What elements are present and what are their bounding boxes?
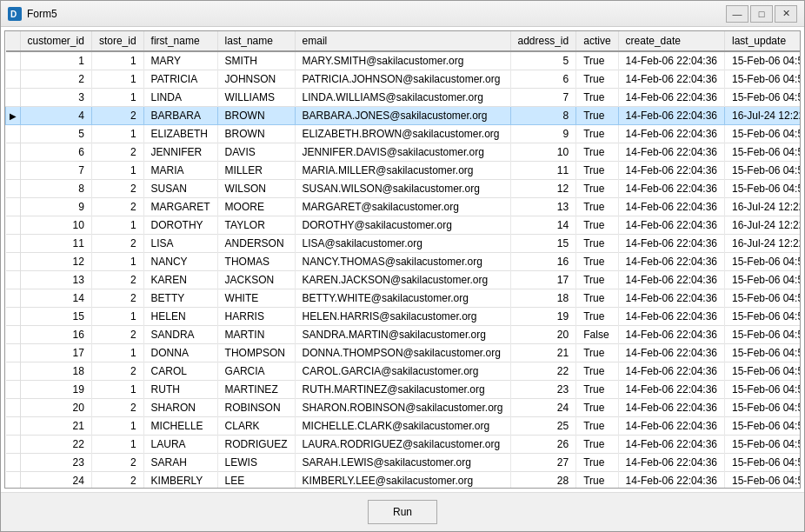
- table-cell: 24: [20, 472, 91, 489]
- table-cell: 2: [91, 454, 143, 472]
- col-header-customer-id[interactable]: customer_id: [20, 31, 91, 51]
- table-cell: True: [576, 216, 618, 235]
- table-cell: True: [576, 271, 618, 289]
- table-cell: True: [576, 51, 618, 70]
- table-row[interactable]: 62JENNIFERDAVISJENNIFER.DAVIS@sakilacust…: [6, 143, 802, 162]
- col-header-first-name[interactable]: first_name: [143, 31, 217, 51]
- table-cell: KIMBERLY: [143, 472, 217, 489]
- col-header-address-id[interactable]: address_id: [510, 31, 576, 51]
- table-row[interactable]: 31LINDAWILLIAMSLINDA.WILLIAMS@sakilacust…: [6, 89, 802, 107]
- table-row[interactable]: 71MARIAMILLERMARIA.MILLER@sakilacustomer…: [6, 162, 802, 180]
- table-cell: MARGARET@sakilacustomer.org: [295, 198, 510, 216]
- table-cell: True: [576, 162, 618, 180]
- table-cell: SMITH: [217, 51, 295, 70]
- table-row[interactable]: 121NANCYTHOMASNANCY.THOMAS@sakilacustome…: [6, 253, 802, 271]
- table-row[interactable]: 82SUSANWILSONSUSAN.WILSON@sakilacustomer…: [6, 180, 802, 198]
- col-header-email[interactable]: email: [295, 31, 510, 51]
- table-cell: 15-Feb-06 04:57:20: [725, 125, 802, 143]
- table-row[interactable]: 232SARAHLEWISSARAH.LEWIS@sakilacustomer.…: [6, 454, 802, 472]
- table-row[interactable]: 182CAROLGARCIACAROL.GARCIA@sakilacustome…: [6, 362, 802, 381]
- table-row[interactable]: 221LAURARODRIGUEZLAURA.RODRIGUEZ@sakilac…: [6, 436, 802, 454]
- table-cell: LINDA.WILLIAMS@sakilacustomer.org: [295, 89, 510, 107]
- row-indicator: [6, 289, 21, 308]
- table-cell: True: [576, 180, 618, 198]
- svg-text:D: D: [10, 10, 17, 19]
- table-row[interactable]: 92MARGARETMOOREMARGARET@sakilacustomer.o…: [6, 198, 802, 216]
- table-row[interactable]: 242KIMBERLYLEEKIMBERLY.LEE@sakilacustome…: [6, 472, 802, 489]
- table-row[interactable]: 101DOROTHYTAYLORDOROTHY@sakilacustomer.o…: [6, 216, 802, 235]
- row-indicator: [6, 308, 21, 326]
- table-cell: True: [576, 253, 618, 271]
- table-cell: 14-Feb-06 22:04:36: [618, 436, 724, 454]
- table-cell: True: [576, 454, 618, 472]
- table-cell: 12: [20, 253, 91, 271]
- table-cell: MOORE: [217, 198, 295, 216]
- table-row[interactable]: 112LISAANDERSONLISA@sakilacustomer.org15…: [6, 235, 802, 253]
- col-header-store-id[interactable]: store_id: [91, 31, 143, 51]
- col-header-create-date[interactable]: create_date: [618, 31, 724, 51]
- table-row[interactable]: 202SHARONROBINSONSHARON.ROBINSON@sakilac…: [6, 399, 802, 417]
- minimize-button[interactable]: —: [726, 5, 748, 23]
- table-cell: 2: [91, 326, 143, 344]
- table-row[interactable]: 211MICHELLECLARKMICHELLE.CLARK@sakilacus…: [6, 417, 802, 436]
- table-cell: 2: [91, 271, 143, 289]
- row-indicator: [6, 417, 21, 436]
- col-header-last-name[interactable]: last_name: [217, 31, 295, 51]
- table-cell: BROWN: [217, 125, 295, 143]
- col-header-active[interactable]: active: [576, 31, 618, 51]
- table-cell: 15-Feb-06 04:57:20: [725, 308, 802, 326]
- table-row[interactable]: 162SANDRAMARTINSANDRA.MARTIN@sakilacusto…: [6, 326, 802, 344]
- table-cell: True: [576, 89, 618, 107]
- table-cell: 1: [91, 162, 143, 180]
- table-row[interactable]: 171DONNATHOMPSONDONNA.THOMPSON@sakilacus…: [6, 344, 802, 362]
- table-cell: KAREN: [143, 271, 217, 289]
- table-row[interactable]: ▶42BARBARABROWNBARBARA.JONES@sakilacusto…: [6, 107, 802, 125]
- table-cell: 14-Feb-06 22:04:36: [618, 362, 724, 381]
- maximize-button[interactable]: □: [750, 5, 773, 23]
- table-cell: 14-Feb-06 22:04:36: [618, 198, 724, 216]
- table-cell: LEWIS: [217, 454, 295, 472]
- table-cell: SUSAN: [143, 180, 217, 198]
- row-indicator: [6, 454, 21, 472]
- table-cell: LINDA: [143, 89, 217, 107]
- table-row[interactable]: 132KARENJACKSONKAREN.JACKSON@sakilacusto…: [6, 271, 802, 289]
- table-cell: LEE: [217, 472, 295, 489]
- run-button[interactable]: Run: [368, 500, 437, 524]
- table-row[interactable]: 51ELIZABETHBROWNELIZABETH.BROWN@sakilacu…: [6, 125, 802, 143]
- table-cell: True: [576, 107, 618, 125]
- table-cell: RODRIGUEZ: [217, 436, 295, 454]
- table-row[interactable]: 151HELENHARRISHELEN.HARRIS@sakilacustome…: [6, 308, 802, 326]
- col-header-last-update[interactable]: last_update: [725, 31, 802, 51]
- table-cell: ROBINSON: [217, 399, 295, 417]
- table-cell: 6: [510, 70, 576, 89]
- table-row[interactable]: 11MARYSMITHMARY.SMITH@sakilacustomer.org…: [6, 51, 802, 70]
- table-cell: MARIA: [143, 162, 217, 180]
- close-button[interactable]: ✕: [775, 5, 797, 23]
- table-cell: 14-Feb-06 22:04:36: [618, 235, 724, 253]
- table-cell: False: [576, 326, 618, 344]
- table-cell: BARBARA: [143, 107, 217, 125]
- table-row[interactable]: 142BETTYWHITEBETTY.WHITE@sakilacustomer.…: [6, 289, 802, 308]
- table-row[interactable]: 21PATRICIAJOHNSONPATRICIA.JOHNSON@sakila…: [6, 70, 802, 89]
- table-cell: 25: [510, 417, 576, 436]
- table-cell: 14-Feb-06 22:04:36: [618, 125, 724, 143]
- table-cell: 14-Feb-06 22:04:36: [618, 289, 724, 308]
- table-cell: 16-Jul-24 12:22:32: [725, 235, 802, 253]
- table-cell: 15-Feb-06 04:57:20: [725, 381, 802, 399]
- table-cell: GARCIA: [217, 362, 295, 381]
- table-cell: 7: [20, 162, 91, 180]
- table-cell: MARIA.MILLER@sakilacustomer.org: [295, 162, 510, 180]
- row-indicator: [6, 70, 21, 89]
- data-grid[interactable]: customer_id store_id first_name last_nam…: [4, 30, 801, 489]
- table-cell: 16-Jul-24 12:22:25: [725, 216, 802, 235]
- table-cell: 8: [20, 180, 91, 198]
- table-cell: 16-Jul-24 12:22:14: [725, 107, 802, 125]
- window-controls: — □ ✕: [726, 5, 797, 23]
- table-cell: 9: [510, 125, 576, 143]
- table-cell: 22: [510, 362, 576, 381]
- table-cell: 2: [91, 235, 143, 253]
- table-row[interactable]: 191RUTHMARTINEZRUTH.MARTINEZ@sakilacusto…: [6, 381, 802, 399]
- table-cell: 14-Feb-06 22:04:36: [618, 381, 724, 399]
- table-cell: 14-Feb-06 22:04:36: [618, 162, 724, 180]
- table-cell: NANCY.THOMAS@sakilacustomer.org: [295, 253, 510, 271]
